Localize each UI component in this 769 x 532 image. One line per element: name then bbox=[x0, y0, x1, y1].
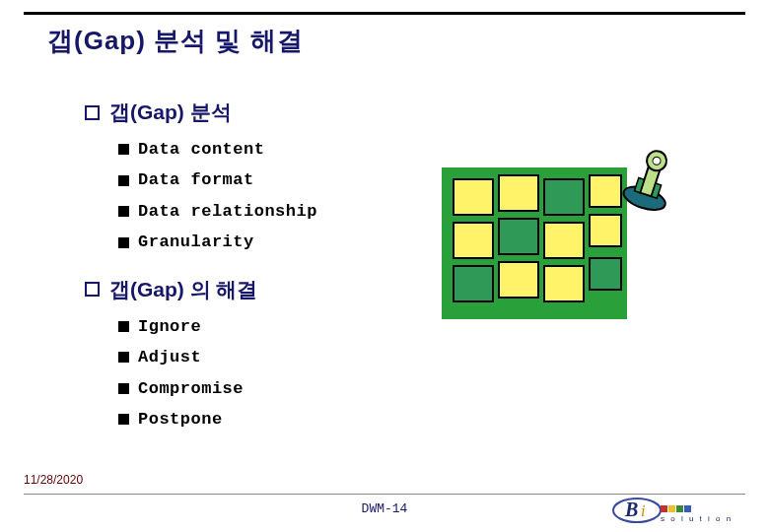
list-item: Adjust bbox=[118, 342, 696, 372]
svg-rect-22 bbox=[661, 505, 667, 512]
svg-text:B: B bbox=[624, 499, 638, 520]
bullet-solid-icon bbox=[118, 352, 129, 363]
section-heading: 갭(Gap) 분석 bbox=[85, 99, 696, 126]
list-item-text: Data format bbox=[138, 165, 254, 195]
list-item-text: Postpone bbox=[138, 404, 223, 434]
bullet-solid-icon bbox=[118, 206, 129, 217]
svg-rect-8 bbox=[590, 215, 621, 246]
logo-tagline: s o l u t i o n bbox=[661, 514, 733, 523]
svg-rect-7 bbox=[544, 223, 584, 258]
svg-rect-5 bbox=[454, 223, 493, 258]
svg-rect-12 bbox=[590, 258, 621, 290]
clipart-illustration bbox=[436, 146, 684, 325]
list-item: Postpone bbox=[118, 404, 696, 434]
bullet-solid-icon bbox=[118, 321, 129, 332]
bullet-solid-icon bbox=[118, 144, 129, 155]
slide: 갭(Gap) 분석 및 해결 갭(Gap) 분석 Data content Da… bbox=[0, 0, 769, 532]
list-item: Compromise bbox=[118, 373, 696, 404]
section-heading-text: 갭(Gap) 의 해결 bbox=[109, 276, 258, 303]
footer-label: DWM-14 bbox=[362, 501, 408, 516]
slide-title: 갭(Gap) 분석 및 해결 bbox=[47, 24, 304, 58]
section-heading-text: 갭(Gap) 분석 bbox=[109, 99, 232, 126]
svg-text:i: i bbox=[641, 502, 645, 519]
bullet-hollow-icon bbox=[85, 105, 100, 120]
list-item-text: Granularity bbox=[138, 227, 254, 257]
bullet-solid-icon bbox=[118, 175, 129, 186]
svg-rect-3 bbox=[544, 179, 584, 215]
list-item-text: Data content bbox=[138, 134, 264, 165]
logo: B i s o l u t i o n bbox=[611, 497, 739, 524]
list-item-text: Compromise bbox=[138, 373, 244, 404]
svg-rect-24 bbox=[676, 505, 683, 512]
bullet-solid-icon bbox=[118, 237, 129, 248]
svg-rect-2 bbox=[499, 175, 538, 211]
svg-rect-25 bbox=[684, 505, 691, 512]
svg-rect-6 bbox=[499, 219, 538, 254]
svg-rect-23 bbox=[668, 505, 675, 512]
list-item-text: Adjust bbox=[138, 342, 201, 372]
svg-rect-1 bbox=[454, 179, 493, 215]
list-item-text: Data relationship bbox=[138, 196, 317, 227]
svg-rect-10 bbox=[499, 262, 538, 298]
footer-rule bbox=[24, 494, 745, 495]
bullet-solid-icon bbox=[118, 383, 129, 394]
bullet-hollow-icon bbox=[85, 282, 100, 297]
section-list: Ignore Adjust Compromise Postpone bbox=[118, 311, 696, 435]
svg-rect-9 bbox=[454, 266, 493, 301]
footer-date: 11/28/2020 bbox=[24, 473, 83, 487]
bullet-solid-icon bbox=[118, 414, 129, 425]
top-rule bbox=[24, 12, 745, 15]
svg-rect-4 bbox=[590, 175, 621, 207]
svg-rect-11 bbox=[544, 266, 584, 301]
list-item-text: Ignore bbox=[138, 311, 201, 342]
